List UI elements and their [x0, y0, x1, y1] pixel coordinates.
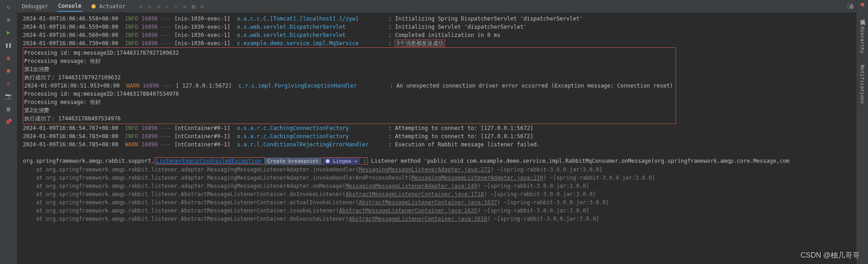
play-icon[interactable]: ▶ — [5, 28, 13, 36]
right-tab-notifications[interactable]: Notifications — [858, 63, 866, 106]
tab-debugger[interactable]: Debugger — [21, 1, 49, 11]
stack-link[interactable]: MessagingMessageListenerAdapter.java:149 — [346, 183, 477, 189]
red-dot-icon[interactable] — [861, 3, 864, 6]
lingma-badge[interactable]: ⬣ Lingma → — [323, 158, 360, 165]
gear-icon[interactable]: ⚙ — [850, 3, 853, 10]
exception-link[interactable]: ListenerExecutionFailedException — [156, 158, 261, 164]
right-tab-yilian[interactable]: 论义线码 — [858, 14, 867, 17]
camera-icon[interactable]: 📷 — [5, 92, 13, 100]
console-tabbar: Debugger Console ⬢ Actuator ≡ ↻ ± ↓ ↑ ⇄ … — [17, 0, 856, 13]
actuator-icon: ⬢ — [91, 3, 96, 10]
tool-filter-icon[interactable]: ≡ — [139, 3, 142, 10]
toolbar-icons: ≡ ↻ ± ↓ ↑ ⇄ ▦ ⊟ — [139, 3, 204, 10]
tab-actuator[interactable]: ⬢ Actuator — [90, 1, 126, 11]
layout-icon[interactable]: ▤ — [5, 105, 13, 113]
stack-link[interactable]: AbstractMessageListenerContainer.java:16… — [359, 199, 497, 206]
tool-down-icon[interactable]: ↓ — [165, 3, 169, 10]
tool-collapse-icon[interactable]: ⊟ — [201, 3, 204, 10]
mute-icon[interactable]: ⊘ — [5, 79, 13, 88]
stack-link[interactable]: AbstractMessageListenerContainer.java:17… — [346, 191, 484, 197]
debug-tree-icon[interactable]: ⇅ — [5, 16, 13, 24]
right-tool-rail: 论义线码 Hierarchy Notifications — [856, 0, 868, 264]
tool-swap-icon[interactable]: ⇄ — [183, 3, 186, 10]
stack-link[interactable]: MessagingMessageListenerAdapter.java:272 — [359, 166, 491, 173]
stack-link[interactable]: AbstractMessageListenerContainer.java:16… — [339, 207, 477, 214]
pin-icon[interactable]: 📌 — [5, 118, 13, 126]
left-tool-rail: ↻ ⇅ ▶ ❚❚ ▣ ■ ⊘ 📷 ▤ 📌 — [0, 0, 17, 264]
stack-link[interactable]: MessagingMessageListenerAdapter.java:210 — [412, 175, 543, 181]
pause-icon[interactable]: ❚❚ — [5, 41, 13, 49]
console-output[interactable]: 2024-01-09T16:06:46.558+08:00 INFO 16896… — [17, 13, 856, 264]
stop-icon[interactable]: ■ — [5, 67, 13, 75]
tool-grid-icon[interactable]: ▦ — [192, 3, 195, 10]
restart-icon[interactable]: ↻ — [5, 3, 13, 11]
tool-reload-icon[interactable]: ↻ — [148, 3, 151, 10]
tool-up-icon[interactable]: ↑ — [174, 3, 177, 10]
watermark: CSDN @柚几哥哥 — [801, 251, 860, 260]
create-breakpoint-badge[interactable]: Create breakpoint — [264, 157, 322, 165]
tab-console[interactable]: Console — [57, 1, 83, 12]
right-tab-hierarchy[interactable]: Hierarchy — [858, 25, 866, 56]
stack-link[interactable]: AbstractMessageListenerContainer.java:16… — [349, 216, 487, 222]
tool-diff-icon[interactable]: ± — [157, 3, 160, 10]
tab-actuator-label: Actuator — [99, 3, 126, 10]
stop-all-icon[interactable]: ▣ — [5, 54, 13, 62]
